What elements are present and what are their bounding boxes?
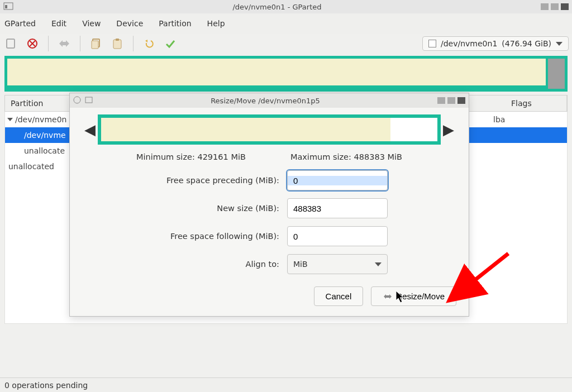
menu-gparted[interactable]: GParted [2, 18, 38, 29]
paste-button[interactable] [109, 36, 125, 51]
device-selector[interactable]: /dev/nvme0n1 (476.94 GiB) [422, 36, 569, 51]
dialog-close[interactable] [457, 97, 465, 104]
chevron-down-icon [375, 262, 382, 266]
partition-label: /dev/nvme [7, 131, 66, 140]
window-icon [3, 2, 13, 12]
following-label: Free space following (MiB): [151, 232, 279, 241]
menu-device[interactable]: Device [114, 18, 145, 29]
expander-icon[interactable] [7, 118, 13, 121]
preceding-value[interactable] [288, 176, 388, 185]
column-flags[interactable]: Flags [506, 95, 567, 111]
partition-flags: lba [493, 115, 555, 124]
newsize-value[interactable] [288, 204, 388, 213]
dialog-maximize[interactable] [447, 97, 455, 104]
window-title: /dev/nvme0n1 - GParted [13, 3, 541, 11]
partition-label: /dev/nvme0n [15, 115, 66, 124]
partition-map[interactable] [4, 56, 568, 92]
svg-point-10 [74, 97, 80, 103]
following-input[interactable]: − + [287, 226, 388, 246]
svg-rect-11 [85, 97, 92, 103]
statusbar: 0 operations pending [0, 377, 572, 392]
used-space [101, 118, 390, 141]
disk-icon [428, 40, 436, 47]
resize-dialog: Resize/Move /dev/nvme0n1p5 ◀ ▶ Minimum s… [69, 93, 469, 317]
menu-partition[interactable]: Partition [156, 18, 193, 29]
close-button[interactable] [561, 3, 569, 10]
dialog-title: Resize/Move /dev/nvme0n1p5 [93, 97, 437, 105]
menu-edit[interactable]: Edit [49, 18, 69, 29]
svg-rect-8 [113, 40, 121, 49]
toolbar: /dev/nvme0n1 (476.94 GiB) [0, 34, 572, 56]
copy-button[interactable] [88, 36, 104, 51]
free-space [390, 118, 437, 141]
apply-button[interactable] [163, 36, 178, 51]
handle-right-icon[interactable]: ▶ [441, 121, 456, 138]
chevron-down-icon [556, 42, 563, 46]
menu-view[interactable]: View [80, 18, 103, 29]
svg-rect-7 [92, 41, 98, 49]
toolbar-separator [48, 36, 49, 51]
undo-button[interactable] [141, 36, 157, 51]
delete-partition-button[interactable] [25, 36, 40, 51]
maximize-button[interactable] [551, 3, 559, 10]
svg-rect-9 [116, 39, 119, 41]
device-name: /dev/nvme0n1 [441, 39, 497, 48]
resize-icon [383, 292, 393, 301]
main-window-titlebar: /dev/nvme0n1 - GParted [0, 0, 572, 13]
newsize-label: New size (MiB): [151, 204, 279, 213]
align-value: MiB [293, 260, 308, 269]
menubar: GParted Edit View Device Partition Help [0, 13, 572, 34]
cancel-button[interactable]: Cancel [314, 286, 364, 306]
partition-label: unallocate [7, 146, 65, 155]
dialog-titlebar: Resize/Move /dev/nvme0n1p5 [70, 93, 469, 108]
align-select[interactable]: MiB [287, 254, 388, 274]
following-value[interactable] [288, 232, 388, 241]
toolbar-separator [80, 36, 80, 51]
resize-button[interactable] [56, 36, 72, 51]
handle-left-icon[interactable]: ◀ [82, 121, 98, 138]
window-icon [84, 96, 93, 106]
window-icon [73, 96, 82, 106]
device-size: (476.94 GiB) [502, 39, 551, 48]
minimum-size-label: Minimum size: 429161 MiB [136, 152, 246, 161]
newsize-input[interactable]: − + [287, 198, 388, 218]
dialog-minimize[interactable] [437, 97, 445, 104]
svg-rect-1 [5, 5, 7, 8]
resize-visual[interactable]: ◀ ▶ [82, 114, 456, 145]
menu-help[interactable]: Help [205, 18, 227, 29]
maximum-size-label: Maximum size: 488383 MiB [290, 152, 402, 161]
new-partition-button[interactable] [3, 36, 19, 51]
align-label: Align to: [151, 260, 279, 269]
toolbar-separator [133, 36, 134, 51]
preceding-input[interactable]: − + [287, 170, 388, 190]
partition-label: unallocated [8, 162, 54, 171]
status-text: 0 operations pending [4, 381, 88, 390]
minimize-button[interactable] [541, 3, 549, 10]
svg-rect-2 [7, 39, 15, 48]
preceding-label: Free space preceding (MiB): [151, 176, 279, 185]
window-controls [541, 3, 569, 10]
resize-move-button[interactable]: Resize/Move [371, 286, 456, 306]
